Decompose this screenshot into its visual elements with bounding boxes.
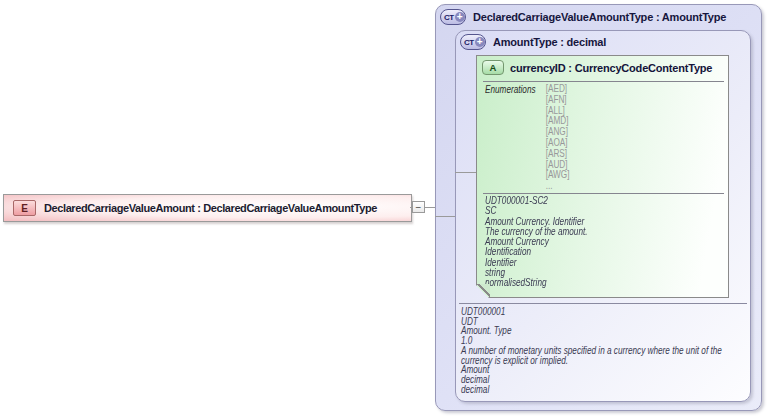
connector-line xyxy=(435,216,455,217)
connector-line xyxy=(425,207,435,208)
enumeration-list: [AED] [AFN] [ALL] [AMD] [ANG] [AOA] [ARS… xyxy=(546,84,570,192)
divider xyxy=(483,193,724,194)
complextype-icon: CT + xyxy=(440,9,466,25)
complextype-icon: CT + xyxy=(460,34,486,50)
enumeration-value: ... xyxy=(546,181,570,192)
collapse-toggle[interactable]: − xyxy=(412,201,425,213)
annotation-line: Amount. Type xyxy=(461,326,753,336)
enumerations-label: Enumerations xyxy=(485,84,546,192)
enumeration-value: [ARS] xyxy=(546,149,570,160)
annotation-line: normalisedString xyxy=(485,278,731,288)
connector-line xyxy=(455,172,476,173)
divider xyxy=(483,81,724,82)
attribute-annotations: UDT000001-SC2 SC Amount Currency. Identi… xyxy=(485,196,731,289)
annotation-line: UDT000001 xyxy=(461,307,753,317)
plus-icon: + xyxy=(475,37,485,47)
plus-icon: + xyxy=(455,12,465,22)
attribute-node-currency-id[interactable]: A currencyID : CurrencyCodeContentType E… xyxy=(476,55,729,298)
attribute-label: currencyID : CurrencyCodeContentType xyxy=(510,62,712,74)
enumeration-value: [AFN] xyxy=(546,95,570,106)
annotation-line: Identifier xyxy=(485,258,731,268)
element-icon: E xyxy=(13,200,36,216)
complextype-label: AmountType : decimal xyxy=(493,36,606,48)
complextype-label: DeclaredCarriageValueAmountType : Amount… xyxy=(473,11,726,23)
complextype-node-amount-type[interactable]: CT + AmountType : decimal A currencyID :… xyxy=(455,30,751,402)
element-node-declared-carriage-value-amount[interactable]: E DeclaredCarriageValueAmount : Declared… xyxy=(3,194,412,222)
annotation-line: decimal xyxy=(461,375,753,385)
attribute-icon: A xyxy=(482,60,504,75)
attribute-header: A currencyID : CurrencyCodeContentType xyxy=(482,60,712,75)
folded-corner xyxy=(477,284,490,297)
annotation-line: UDT000001-SC2 xyxy=(485,196,731,206)
type-annotations: UDT000001 UDT Amount. Type 1.0 A number … xyxy=(461,307,753,394)
element-label: DeclaredCarriageValueAmount : DeclaredCa… xyxy=(44,202,377,214)
ct-glyph: CT xyxy=(464,38,474,47)
complextype-node-declared-carriage-value-amount-type[interactable]: CT + DeclaredCarriageValueAmountType : A… xyxy=(435,4,762,411)
ct-glyph: CT xyxy=(444,13,454,22)
annotation-line: Amount xyxy=(461,365,753,375)
schema-diagram-canvas: E DeclaredCarriageValueAmount : Declared… xyxy=(0,0,768,417)
enumerations-section: Enumerations [AED] [AFN] [ALL] [AMD] [AN… xyxy=(485,84,570,192)
annotation-line: Identification xyxy=(485,247,731,257)
complextype-header: CT + DeclaredCarriageValueAmountType : A… xyxy=(440,9,726,25)
annotation-line: decimal xyxy=(461,385,753,395)
complextype-header: CT + AmountType : decimal xyxy=(460,34,606,50)
divider xyxy=(459,303,747,304)
annotation-line: A number of monetary units specified in … xyxy=(461,346,753,365)
minus-icon: − xyxy=(416,203,422,212)
